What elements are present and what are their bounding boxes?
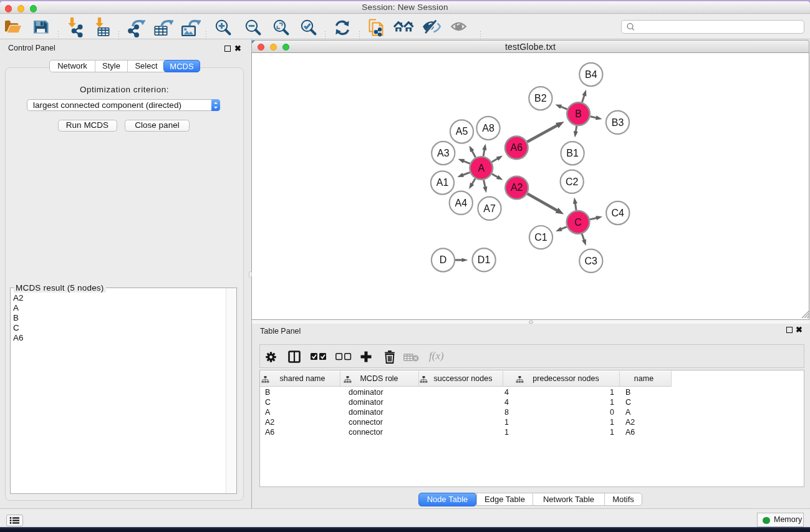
svg-text:A5: A5 bbox=[456, 126, 468, 137]
svg-text:C3: C3 bbox=[585, 256, 598, 266]
svg-text:B4: B4 bbox=[585, 69, 597, 80]
svg-text:A: A bbox=[478, 163, 485, 173]
svg-text:B2: B2 bbox=[534, 93, 547, 104]
svg-text:B1: B1 bbox=[566, 148, 579, 158]
svg-text:B3: B3 bbox=[612, 117, 624, 128]
svg-text:A3: A3 bbox=[437, 148, 450, 158]
svg-text:A4: A4 bbox=[455, 198, 468, 208]
svg-text:C: C bbox=[574, 217, 582, 228]
svg-text:D: D bbox=[440, 254, 447, 265]
svg-text:C4: C4 bbox=[612, 208, 625, 218]
svg-text:A7: A7 bbox=[483, 203, 496, 214]
svg-text:A2: A2 bbox=[511, 182, 523, 193]
svg-text:D1: D1 bbox=[478, 254, 491, 265]
svg-text:B: B bbox=[575, 109, 582, 119]
svg-text:C1: C1 bbox=[534, 232, 547, 243]
svg-text:A8: A8 bbox=[482, 123, 494, 133]
svg-text:A1: A1 bbox=[436, 177, 449, 188]
svg-text:A6: A6 bbox=[511, 142, 523, 153]
svg-text:C2: C2 bbox=[566, 177, 579, 187]
